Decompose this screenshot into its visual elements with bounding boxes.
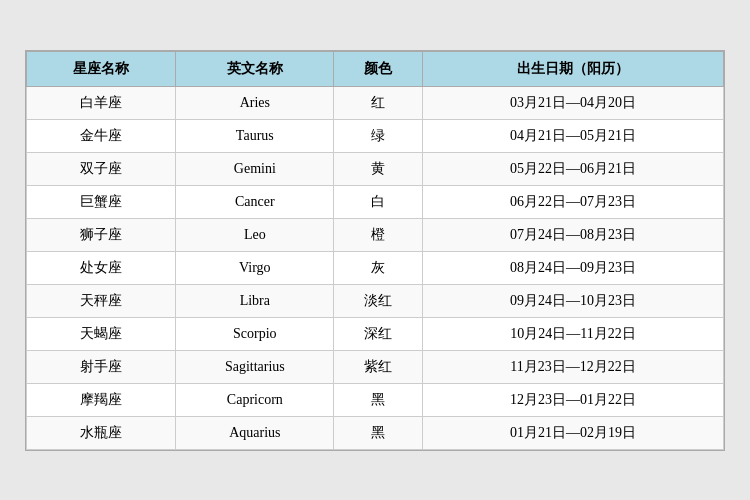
cell-english-name: Gemini (176, 152, 334, 185)
cell-chinese-name: 金牛座 (27, 119, 176, 152)
cell-color: 红 (334, 86, 423, 119)
table-row: 水瓶座Aquarius黑01月21日—02月19日 (27, 416, 724, 449)
cell-english-name: Cancer (176, 185, 334, 218)
cell-english-name: Virgo (176, 251, 334, 284)
cell-english-name: Taurus (176, 119, 334, 152)
cell-chinese-name: 处女座 (27, 251, 176, 284)
table-row: 射手座Sagittarius紫红11月23日—12月22日 (27, 350, 724, 383)
cell-dates: 01月21日—02月19日 (423, 416, 724, 449)
cell-dates: 03月21日—04月20日 (423, 86, 724, 119)
cell-english-name: Aries (176, 86, 334, 119)
cell-chinese-name: 天蝎座 (27, 317, 176, 350)
table-row: 天蝎座Scorpio深红10月24日—11月22日 (27, 317, 724, 350)
cell-chinese-name: 巨蟹座 (27, 185, 176, 218)
table-row: 白羊座Aries红03月21日—04月20日 (27, 86, 724, 119)
table-row: 金牛座Taurus绿04月21日—05月21日 (27, 119, 724, 152)
header-chinese-name: 星座名称 (27, 51, 176, 86)
cell-dates: 04月21日—05月21日 (423, 119, 724, 152)
cell-dates: 11月23日—12月22日 (423, 350, 724, 383)
cell-chinese-name: 白羊座 (27, 86, 176, 119)
cell-color: 绿 (334, 119, 423, 152)
header-dates: 出生日期（阳历） (423, 51, 724, 86)
cell-english-name: Aquarius (176, 416, 334, 449)
cell-chinese-name: 摩羯座 (27, 383, 176, 416)
zodiac-table: 星座名称 英文名称 颜色 出生日期（阳历） 白羊座Aries红03月21日—04… (26, 51, 724, 450)
cell-english-name: Scorpio (176, 317, 334, 350)
table-body: 白羊座Aries红03月21日—04月20日金牛座Taurus绿04月21日—0… (27, 86, 724, 449)
cell-dates: 07月24日—08月23日 (423, 218, 724, 251)
cell-dates: 09月24日—10月23日 (423, 284, 724, 317)
cell-color: 白 (334, 185, 423, 218)
table-header-row: 星座名称 英文名称 颜色 出生日期（阳历） (27, 51, 724, 86)
cell-dates: 10月24日—11月22日 (423, 317, 724, 350)
header-color: 颜色 (334, 51, 423, 86)
cell-dates: 12月23日—01月22日 (423, 383, 724, 416)
cell-chinese-name: 天秤座 (27, 284, 176, 317)
cell-color: 橙 (334, 218, 423, 251)
cell-color: 灰 (334, 251, 423, 284)
table-row: 天秤座Libra淡红09月24日—10月23日 (27, 284, 724, 317)
cell-english-name: Capricorn (176, 383, 334, 416)
cell-color: 深红 (334, 317, 423, 350)
cell-color: 淡红 (334, 284, 423, 317)
cell-color: 黑 (334, 383, 423, 416)
cell-dates: 06月22日—07月23日 (423, 185, 724, 218)
cell-color: 紫红 (334, 350, 423, 383)
table-row: 双子座Gemini黄05月22日—06月21日 (27, 152, 724, 185)
cell-dates: 05月22日—06月21日 (423, 152, 724, 185)
cell-english-name: Leo (176, 218, 334, 251)
zodiac-table-container: 星座名称 英文名称 颜色 出生日期（阳历） 白羊座Aries红03月21日—04… (25, 50, 725, 451)
cell-english-name: Sagittarius (176, 350, 334, 383)
cell-chinese-name: 狮子座 (27, 218, 176, 251)
cell-chinese-name: 双子座 (27, 152, 176, 185)
cell-color: 黑 (334, 416, 423, 449)
cell-dates: 08月24日—09月23日 (423, 251, 724, 284)
cell-color: 黄 (334, 152, 423, 185)
cell-chinese-name: 水瓶座 (27, 416, 176, 449)
table-row: 巨蟹座Cancer白06月22日—07月23日 (27, 185, 724, 218)
cell-chinese-name: 射手座 (27, 350, 176, 383)
table-row: 处女座Virgo灰08月24日—09月23日 (27, 251, 724, 284)
cell-english-name: Libra (176, 284, 334, 317)
table-row: 狮子座Leo橙07月24日—08月23日 (27, 218, 724, 251)
header-english-name: 英文名称 (176, 51, 334, 86)
table-row: 摩羯座Capricorn黑12月23日—01月22日 (27, 383, 724, 416)
